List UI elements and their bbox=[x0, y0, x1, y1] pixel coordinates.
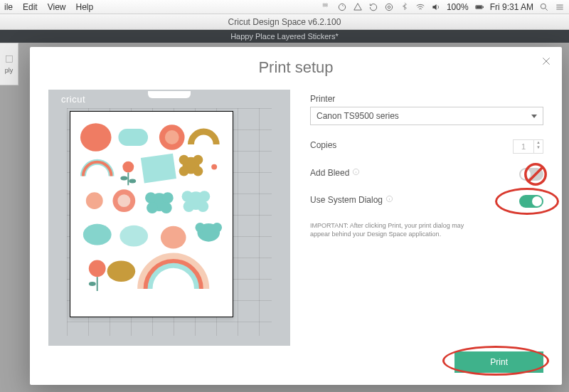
svg-point-32 bbox=[198, 191, 210, 202]
menu-icon[interactable] bbox=[555, 2, 565, 12]
menu-edit[interactable]: Edit bbox=[23, 2, 38, 12]
bleed-label: Add Bleed bbox=[310, 168, 360, 178]
print-button[interactable]: Print bbox=[454, 351, 543, 373]
loop-icon[interactable] bbox=[368, 2, 378, 12]
menu-ile[interactable]: ile bbox=[4, 2, 13, 12]
svg-point-26 bbox=[145, 192, 156, 203]
modal-title: Print setup bbox=[48, 58, 543, 77]
svg-point-38 bbox=[161, 226, 186, 249]
svg-point-6 bbox=[541, 4, 546, 9]
printer-label: Printer bbox=[310, 94, 543, 104]
svg-point-20 bbox=[193, 166, 203, 176]
svg-point-41 bbox=[212, 223, 222, 233]
stepper-down-icon[interactable]: ▼ bbox=[534, 145, 543, 150]
svg-point-29 bbox=[161, 202, 172, 213]
sync-icon[interactable] bbox=[337, 2, 347, 12]
search-icon[interactable] bbox=[539, 2, 549, 12]
svg-point-36 bbox=[83, 224, 112, 245]
menu-help[interactable]: Help bbox=[76, 2, 94, 12]
clock: Fri 9:31 AM bbox=[490, 2, 533, 12]
svg-point-12 bbox=[122, 161, 134, 173]
battery-icon bbox=[474, 2, 484, 12]
svg-rect-4 bbox=[482, 6, 483, 7]
info-icon[interactable] bbox=[385, 195, 393, 205]
svg-rect-15 bbox=[141, 154, 176, 184]
status-icon[interactable] bbox=[353, 2, 363, 12]
svg-point-28 bbox=[147, 202, 158, 213]
svg-point-24 bbox=[117, 194, 130, 207]
svg-point-21 bbox=[211, 164, 217, 170]
project-name: Happy Place Layered Stickers* bbox=[230, 32, 339, 41]
svg-point-42 bbox=[89, 260, 106, 277]
svg-point-2 bbox=[388, 6, 390, 9]
svg-point-31 bbox=[182, 191, 193, 202]
chevron-down-icon bbox=[531, 115, 537, 118]
wifi-icon[interactable] bbox=[415, 2, 425, 12]
svg-point-33 bbox=[184, 201, 195, 212]
print-setup-modal: Print setup cricut bbox=[30, 47, 562, 385]
svg-point-8 bbox=[80, 123, 112, 152]
svg-point-11 bbox=[165, 130, 179, 144]
svg-point-17 bbox=[179, 155, 189, 165]
print-page bbox=[70, 111, 233, 317]
svg-rect-7 bbox=[6, 55, 12, 62]
window-titlebar: Cricut Design Space v6.2.100 bbox=[0, 14, 569, 30]
battery-percent: 100% bbox=[447, 2, 469, 12]
sticker-artwork bbox=[75, 116, 228, 312]
svg-point-27 bbox=[162, 192, 174, 203]
circle-icon[interactable] bbox=[384, 2, 394, 12]
printer-select[interactable]: Canon TS9500 series bbox=[310, 107, 543, 125]
printer-selected: Canon TS9500 series bbox=[317, 111, 399, 121]
important-note: IMPORTANT: After clicking Print, your pr… bbox=[310, 222, 474, 238]
svg-point-40 bbox=[195, 223, 205, 233]
bleed-toggle[interactable] bbox=[519, 168, 543, 181]
window-title: Cricut Design Space v6.2.100 bbox=[228, 17, 341, 27]
svg-point-13 bbox=[120, 176, 127, 180]
svg-point-1 bbox=[385, 4, 392, 10]
svg-point-0 bbox=[339, 4, 345, 10]
copies-label: Copies bbox=[310, 140, 336, 150]
print-options: Printer Canon TS9500 series Copies ▲ ▼ bbox=[310, 90, 543, 346]
svg-point-22 bbox=[86, 192, 103, 209]
svg-point-34 bbox=[197, 201, 208, 212]
dropbox-icon[interactable] bbox=[321, 2, 331, 12]
menu-view[interactable]: View bbox=[48, 2, 66, 12]
stepper-up-icon[interactable]: ▲ bbox=[534, 140, 543, 145]
system-dialog-label: Use System Dialog bbox=[310, 195, 393, 205]
svg-point-43 bbox=[89, 282, 96, 286]
close-button[interactable] bbox=[541, 55, 552, 70]
volume-icon[interactable] bbox=[431, 2, 441, 12]
mat-preview: cricut bbox=[48, 90, 290, 346]
sidebar-fragment: ply bbox=[0, 43, 18, 85]
bluetooth-icon[interactable] bbox=[400, 2, 410, 12]
app-header: Happy Place Layered Stickers* bbox=[0, 30, 569, 43]
svg-point-37 bbox=[119, 226, 148, 247]
copies-stepper[interactable]: ▲ ▼ bbox=[513, 139, 543, 154]
mat-clip bbox=[148, 91, 191, 98]
svg-point-19 bbox=[179, 166, 189, 176]
mat-brand: cricut bbox=[61, 94, 85, 105]
svg-point-18 bbox=[193, 155, 203, 165]
svg-rect-5 bbox=[476, 6, 482, 9]
system-dialog-toggle[interactable] bbox=[519, 195, 543, 208]
svg-rect-9 bbox=[118, 129, 148, 146]
svg-point-44 bbox=[107, 260, 136, 282]
copies-input[interactable] bbox=[514, 140, 533, 153]
svg-point-14 bbox=[129, 179, 136, 183]
mac-menubar: ile Edit View Help 100% Fri 9:31 AM bbox=[0, 0, 569, 14]
info-icon[interactable] bbox=[352, 168, 360, 178]
